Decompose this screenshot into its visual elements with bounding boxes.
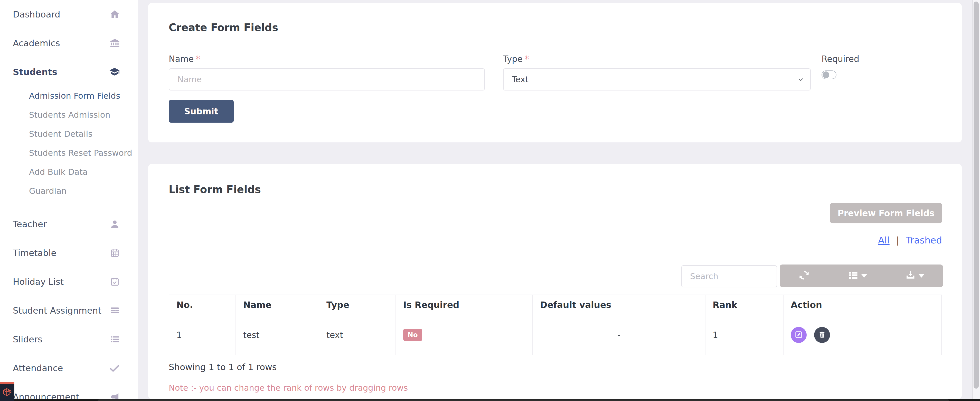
sidebar-item-attendance[interactable]: Attendance xyxy=(0,354,138,382)
create-form-fields-title: Create Form Fields xyxy=(169,22,278,34)
graduation-cap-icon xyxy=(109,67,120,77)
cell-no: 1 xyxy=(169,315,236,355)
sidebar-item-teacher[interactable]: Teacher xyxy=(0,210,138,238)
columns-icon xyxy=(848,270,859,282)
sidebar-item-dashboard[interactable]: Dashboard xyxy=(0,0,138,29)
table-toolbar xyxy=(780,265,943,287)
sidebar-subitem-label: Add Bulk Data xyxy=(29,167,88,177)
sidebar-item-label: Sliders xyxy=(13,334,42,345)
sidebar-item-label: Academics xyxy=(13,38,60,48)
list-icon xyxy=(110,334,120,345)
sidebar-item-sliders[interactable]: Sliders xyxy=(0,325,138,354)
edit-button[interactable] xyxy=(791,327,807,343)
required-asterisk: * xyxy=(194,54,200,64)
name-label: Name* xyxy=(169,54,200,64)
form-fields-table: No. Name Type Is Required Default values… xyxy=(169,295,942,355)
refresh-button[interactable] xyxy=(799,270,810,282)
sidebar-item-holiday-list[interactable]: Holiday List xyxy=(0,267,138,296)
filter-links: All | Trashed xyxy=(878,235,942,246)
sidebar-item-academics[interactable]: Academics xyxy=(0,29,138,58)
sidebar-subitem-students-admission[interactable]: Students Admission xyxy=(0,105,138,125)
status-badge: No xyxy=(403,329,422,341)
vertical-scrollbar-thumb[interactable] xyxy=(974,2,979,389)
filter-separator: | xyxy=(896,235,899,246)
export-button[interactable] xyxy=(905,270,924,282)
toggle-knob xyxy=(822,72,829,78)
required-label: Required xyxy=(821,54,859,64)
list-form-fields-title: List Form Fields xyxy=(169,184,261,195)
user-icon xyxy=(110,219,120,229)
sidebar-subitem-add-bulk-data[interactable]: Add Bulk Data xyxy=(0,163,138,182)
cell-default-values: - xyxy=(533,315,705,355)
filter-trashed-link[interactable]: Trashed xyxy=(906,235,942,246)
required-toggle[interactable] xyxy=(821,70,837,79)
sidebar-subitem-student-details[interactable]: Student Details xyxy=(0,125,138,144)
bank-icon xyxy=(110,38,120,48)
debugbar-accent xyxy=(0,382,14,384)
drag-rank-note: Note :- you can change the rank of rows … xyxy=(169,383,408,393)
caret-down-icon xyxy=(919,274,924,278)
edit-pencil-icon xyxy=(795,331,803,340)
calendar-icon xyxy=(110,248,120,258)
sidebar-item-student-assignment[interactable]: Student Assignment xyxy=(0,296,138,325)
sidebar-item-announcement[interactable]: Announcement xyxy=(0,382,138,401)
sidebar-subitem-label: Students Admission xyxy=(29,110,110,120)
name-input[interactable] xyxy=(169,69,485,91)
sidebar: Dashboard Academics Students Admission F… xyxy=(0,0,138,401)
assignment-bars-icon xyxy=(110,305,120,316)
calendar-check-icon xyxy=(110,276,120,287)
type-select[interactable]: Text xyxy=(503,69,811,91)
create-form-fields-card: Create Form Fields Name* Type* Text Requ… xyxy=(148,3,962,142)
download-icon xyxy=(905,270,916,282)
col-header-rank: Rank xyxy=(705,295,783,315)
sidebar-subitem-students-reset-password[interactable]: Students Reset Password xyxy=(0,144,138,163)
refresh-icon xyxy=(799,270,810,282)
required-asterisk: * xyxy=(523,54,529,64)
check-icon xyxy=(109,363,120,374)
sidebar-subitem-label: Admission Form Fields xyxy=(29,91,120,101)
preview-form-fields-button[interactable]: Preview Form Fields xyxy=(830,203,942,224)
sidebar-item-label: Timetable xyxy=(13,248,56,258)
laravel-logo-icon xyxy=(2,387,13,398)
col-header-is-required: Is Required xyxy=(396,295,533,315)
col-header-action: Action xyxy=(783,295,942,315)
col-header-default-values: Default values xyxy=(533,295,705,315)
laravel-debugbar-button[interactable] xyxy=(0,382,14,401)
sidebar-subitem-guardian[interactable]: Guardian xyxy=(0,182,138,200)
cell-action xyxy=(783,315,942,355)
type-select-wrap: Text xyxy=(503,69,811,91)
col-header-type: Type xyxy=(319,295,396,315)
filter-all-link[interactable]: All xyxy=(878,235,889,246)
trash-icon xyxy=(818,331,826,339)
sidebar-item-timetable[interactable]: Timetable xyxy=(0,238,138,267)
sidebar-subitem-label: Student Details xyxy=(29,129,92,139)
sidebar-item-label: Students xyxy=(13,67,57,77)
sidebar-subitem-admission-form-fields[interactable]: Admission Form Fields xyxy=(0,86,138,105)
delete-button[interactable] xyxy=(814,327,830,343)
sidebar-item-label: Dashboard xyxy=(13,9,60,19)
debugbar-strip xyxy=(0,399,980,401)
caret-down-icon xyxy=(861,274,867,278)
cell-type: text xyxy=(319,315,396,355)
submit-button[interactable]: Submit xyxy=(169,100,234,123)
sidebar-item-label: Holiday List xyxy=(13,276,64,287)
sidebar-item-label: Student Assignment xyxy=(13,305,102,316)
table-header-row: No. Name Type Is Required Default values… xyxy=(169,295,942,315)
type-label: Type* xyxy=(503,54,529,64)
col-header-no: No. xyxy=(169,295,236,315)
cell-is-required: No xyxy=(396,315,533,355)
home-icon xyxy=(110,9,120,19)
cell-name: test xyxy=(236,315,319,355)
showing-rows-text: Showing 1 to 1 of 1 rows xyxy=(169,362,277,372)
cell-rank: 1 xyxy=(705,315,783,355)
debugbar-inner xyxy=(98,399,949,401)
columns-button[interactable] xyxy=(848,270,867,282)
search-input[interactable] xyxy=(681,265,777,288)
table-row[interactable]: 1 test text No - 1 xyxy=(169,315,942,355)
vertical-scrollbar-track[interactable] xyxy=(972,0,980,401)
list-form-fields-card: List Form Fields Preview Form Fields All… xyxy=(148,164,962,399)
col-header-name: Name xyxy=(236,295,319,315)
sidebar-item-label: Attendance xyxy=(13,363,63,373)
sidebar-item-students[interactable]: Students xyxy=(0,58,138,86)
sidebar-item-label: Teacher xyxy=(13,219,47,229)
